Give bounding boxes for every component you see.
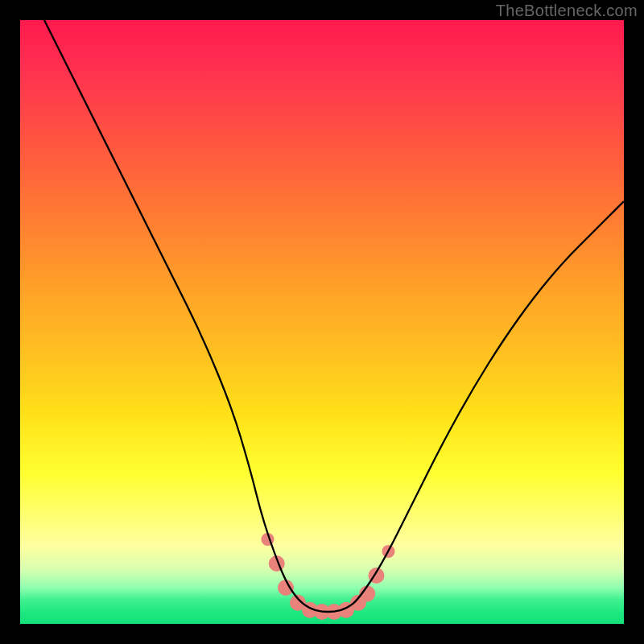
outer-frame: TheBottleneck.com — [0, 0, 644, 644]
marker-group — [262, 533, 395, 620]
plot-area — [20, 20, 624, 624]
bottleneck-curve-path — [44, 20, 624, 612]
watermark-text: TheBottleneck.com — [496, 2, 638, 20]
bottleneck-curve-svg — [20, 20, 624, 624]
